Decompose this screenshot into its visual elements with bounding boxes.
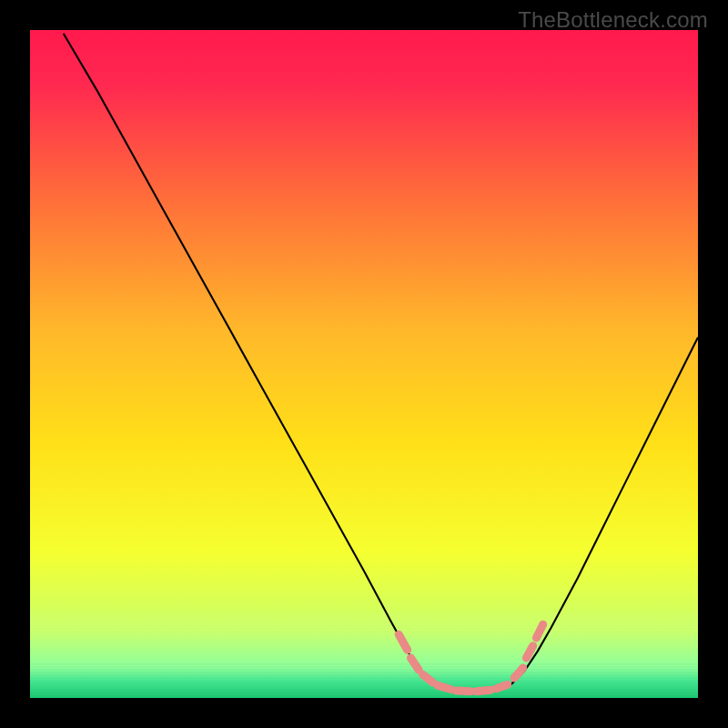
svg-rect-0 xyxy=(30,612,698,614)
svg-rect-13 xyxy=(30,649,698,651)
svg-rect-31 xyxy=(30,666,698,668)
svg-rect-41 xyxy=(30,694,698,696)
svg-rect-10 xyxy=(30,641,698,642)
chart-svg xyxy=(30,30,698,698)
svg-rect-3 xyxy=(30,621,698,622)
svg-rect-36 xyxy=(30,681,698,682)
svg-line-48 xyxy=(496,684,508,688)
svg-rect-35 xyxy=(30,678,698,680)
svg-line-50 xyxy=(526,646,532,658)
svg-rect-11 xyxy=(30,643,698,645)
svg-rect-33 xyxy=(30,672,698,673)
svg-rect-17 xyxy=(30,661,698,662)
svg-rect-12 xyxy=(30,646,698,648)
svg-line-45 xyxy=(438,685,451,689)
svg-rect-32 xyxy=(30,669,698,671)
svg-rect-7 xyxy=(30,632,698,634)
svg-rect-34 xyxy=(30,674,698,676)
chart-container: TheBottleneck.com xyxy=(0,0,728,728)
svg-line-46 xyxy=(456,691,470,692)
svg-rect-16 xyxy=(30,658,698,660)
svg-rect-15 xyxy=(30,655,698,657)
svg-rect-37 xyxy=(30,683,698,685)
svg-rect-8 xyxy=(30,635,698,637)
svg-rect-6 xyxy=(30,630,698,632)
svg-rect-38 xyxy=(30,686,698,688)
svg-rect-40 xyxy=(30,692,698,693)
watermark-text: TheBottleneck.com xyxy=(518,7,708,33)
plot-area xyxy=(30,30,698,698)
svg-rect-1 xyxy=(30,615,698,617)
svg-rect-2 xyxy=(30,618,698,620)
svg-rect-30 xyxy=(30,663,698,665)
svg-rect-4 xyxy=(30,623,698,625)
svg-rect-5 xyxy=(30,627,698,629)
svg-rect-14 xyxy=(30,652,698,653)
svg-rect-39 xyxy=(30,689,698,691)
svg-rect-9 xyxy=(30,638,698,640)
svg-line-47 xyxy=(476,690,490,692)
gradient-background xyxy=(30,30,698,698)
